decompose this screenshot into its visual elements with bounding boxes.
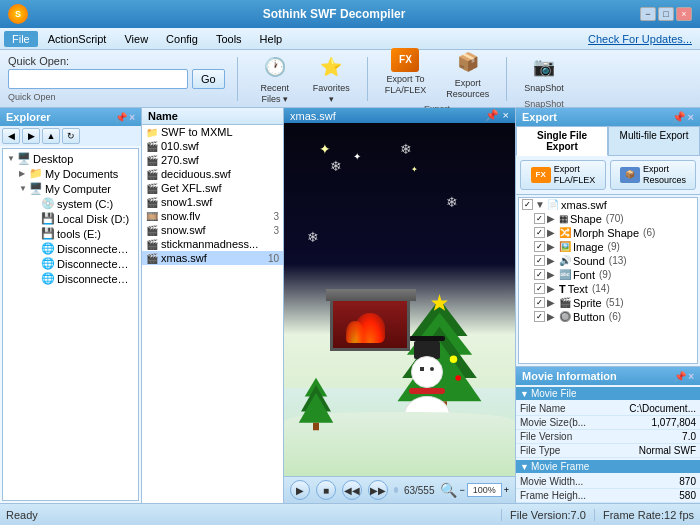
etree-plus-font: ▶ bbox=[547, 269, 557, 280]
tree-item-locald[interactable]: 💾 Local Disk (D:) bbox=[5, 211, 136, 226]
explorer-pin-icon[interactable]: 📌 bbox=[115, 112, 127, 123]
minimize-button[interactable]: − bbox=[640, 7, 656, 21]
file-item-stickman[interactable]: 🎬 stickmanmadness... bbox=[142, 237, 283, 251]
file-item-getxfl[interactable]: 🎬 Get XFL.swf bbox=[142, 181, 283, 195]
etree-count-sprite: (51) bbox=[606, 297, 624, 308]
movie-info-close-icon[interactable]: × bbox=[688, 371, 694, 382]
etree-check-morph[interactable]: ✓ bbox=[534, 227, 545, 238]
menu-file[interactable]: File bbox=[4, 31, 38, 47]
etree-item-morph[interactable]: ✓ ▶ 🔀 Morph Shape (6) bbox=[519, 226, 697, 240]
file-item-270[interactable]: 🎬 270.swf bbox=[142, 153, 283, 167]
stop-button[interactable]: ■ bbox=[316, 480, 336, 500]
tree-item-desktop[interactable]: ▼ 🖥️ Desktop bbox=[5, 151, 136, 166]
recent-files-label: RecentFiles ▾ bbox=[260, 83, 289, 105]
snapshot-button[interactable]: 📷 SnapShot bbox=[515, 48, 573, 99]
etree-item-xmasswf[interactable]: ✓ ▼ 📄 xmas.swf bbox=[519, 198, 697, 212]
explorer-close-icon[interactable]: × bbox=[129, 112, 135, 123]
etree-item-button[interactable]: ✓ ▶ 🔘 Button (6) bbox=[519, 310, 697, 324]
tree-item-disc3[interactable]: 🌐 Disconnected Ne bbox=[5, 271, 136, 286]
movie-info-header: Movie Information 📌 × bbox=[516, 367, 700, 385]
file-item-snowswf[interactable]: 🎬 snow.swf 3 bbox=[142, 223, 283, 237]
video-close-icon[interactable]: × bbox=[503, 109, 509, 122]
play-button[interactable]: ▶ bbox=[290, 480, 310, 500]
svg-rect-16 bbox=[313, 422, 319, 430]
file-size-xmas: 10 bbox=[268, 253, 279, 264]
toolbar: Quick Open: Go Quick Open 🕐 RecentFiles … bbox=[0, 50, 700, 108]
tree-item-disc2[interactable]: 🌐 Disconnected Ne bbox=[5, 256, 136, 271]
snowflake-2: ❄ bbox=[400, 141, 412, 157]
export-fla-action-button[interactable]: FX ExportFLA/FLEX bbox=[520, 160, 606, 190]
etree-check-shape[interactable]: ✓ bbox=[534, 213, 545, 224]
etree-item-shape[interactable]: ✓ ▶ ▦ Shape (70) bbox=[519, 212, 697, 226]
next-button[interactable]: ▶▶ bbox=[368, 480, 388, 500]
nav-up-button[interactable]: ▲ bbox=[42, 128, 60, 144]
tree-item-disc1[interactable]: 🌐 Disconnected Ne bbox=[5, 241, 136, 256]
explorer-title: Explorer bbox=[6, 111, 51, 123]
file-item-deciduous[interactable]: 🎬 deciduous.swf bbox=[142, 167, 283, 181]
check-updates-link[interactable]: Check For Updates... bbox=[588, 33, 692, 45]
progress-bar[interactable] bbox=[394, 487, 398, 493]
info-value-filetype: Normal SWF bbox=[639, 445, 696, 456]
tree-item-mycomputer[interactable]: ▼ 🖥️ My Computer bbox=[5, 181, 136, 196]
prev-button[interactable]: ◀◀ bbox=[342, 480, 362, 500]
zoom-plus-button[interactable]: + bbox=[504, 485, 509, 495]
etree-check-text[interactable]: ✓ bbox=[534, 283, 545, 294]
zoom-level: 100% bbox=[467, 483, 502, 497]
nav-forward-button[interactable]: ▶ bbox=[22, 128, 40, 144]
etree-item-image[interactable]: ✓ ▶ 🖼️ Image (9) bbox=[519, 240, 697, 254]
tab-single-export[interactable]: Single File Export bbox=[516, 126, 608, 156]
tree-item-systemc[interactable]: 💿 system (C:) bbox=[5, 196, 136, 211]
file-item-snow1[interactable]: 🎬 snow1.swf bbox=[142, 195, 283, 209]
tree-item-mydocs[interactable]: ▶ 📁 My Documents bbox=[5, 166, 136, 181]
video-pin-icon[interactable]: 📌 bbox=[485, 109, 499, 122]
files-name-col: Name bbox=[148, 110, 178, 122]
nav-refresh-button[interactable]: ↻ bbox=[62, 128, 80, 144]
movie-frame-toggle[interactable]: ▼ bbox=[520, 462, 529, 472]
recent-files-button[interactable]: 🕐 RecentFiles ▾ bbox=[250, 48, 300, 110]
explorer-panel-icons: 📌 × bbox=[115, 112, 135, 123]
favorites-button[interactable]: ⭐ Favorites▾ bbox=[304, 48, 359, 110]
menu-view[interactable]: View bbox=[116, 31, 156, 47]
status-frame-rate: Frame Rate:12 fps bbox=[594, 509, 694, 521]
tree-item-toolse[interactable]: 💾 tools (E:) bbox=[5, 226, 136, 241]
zoom-out-icon[interactable]: 🔍 bbox=[440, 482, 457, 498]
file-item-snowflv[interactable]: 🎞️ snow.flv 3 bbox=[142, 209, 283, 223]
export-title: Export bbox=[522, 111, 557, 123]
toolbar-sep-3 bbox=[506, 57, 507, 101]
etree-item-font[interactable]: ✓ ▶ 🔤 Font (9) bbox=[519, 268, 697, 282]
tree-arrow-mycomputer: ▼ bbox=[19, 184, 27, 193]
info-label-filename: File Name bbox=[520, 403, 566, 414]
etree-check-button[interactable]: ✓ bbox=[534, 311, 545, 322]
movie-file-toggle[interactable]: ▼ bbox=[520, 389, 529, 399]
nav-back-button[interactable]: ◀ bbox=[2, 128, 20, 144]
export-resources-button[interactable]: 📦 ExportResources bbox=[437, 43, 498, 105]
swf-icon-stickman: 🎬 bbox=[146, 239, 158, 250]
info-label-fileversion: File Version bbox=[520, 431, 572, 442]
etree-check-xmasswf[interactable]: ✓ bbox=[522, 199, 533, 210]
maximize-button[interactable]: □ bbox=[658, 7, 674, 21]
export-header-icons: 📌 × bbox=[672, 111, 694, 124]
etree-check-sprite[interactable]: ✓ bbox=[534, 297, 545, 308]
file-item-010[interactable]: 🎬 010.swf bbox=[142, 139, 283, 153]
etree-check-sound[interactable]: ✓ bbox=[534, 255, 545, 266]
etree-item-sound[interactable]: ✓ ▶ 🔊 Sound (13) bbox=[519, 254, 697, 268]
export-resources-action-button[interactable]: 📦 ExportResources bbox=[610, 160, 696, 190]
etree-check-image[interactable]: ✓ bbox=[534, 241, 545, 252]
etree-check-font[interactable]: ✓ bbox=[534, 269, 545, 280]
menu-tools[interactable]: Tools bbox=[208, 31, 250, 47]
export-close-icon[interactable]: × bbox=[688, 111, 694, 124]
quick-open-input[interactable] bbox=[8, 69, 188, 89]
file-item-xmas[interactable]: 🎬 xmas.swf 10 bbox=[142, 251, 283, 265]
file-item-swftomxml[interactable]: 📁 SWF to MXML bbox=[142, 125, 283, 139]
close-button[interactable]: × bbox=[676, 7, 692, 21]
movie-info-pin-icon[interactable]: 📌 bbox=[674, 371, 686, 382]
export-pin-icon[interactable]: 📌 bbox=[672, 111, 686, 124]
export-fla-button[interactable]: FX Export ToFLA/FLEX bbox=[376, 43, 436, 105]
tab-multi-export[interactable]: Multi-file Export bbox=[608, 126, 700, 156]
go-button[interactable]: Go bbox=[192, 69, 225, 89]
etree-item-text[interactable]: ✓ ▶ T Text (14) bbox=[519, 282, 697, 296]
etree-item-sprite[interactable]: ✓ ▶ 🎬 Sprite (51) bbox=[519, 296, 697, 310]
zoom-minus-button[interactable]: − bbox=[459, 485, 464, 495]
menu-config[interactable]: Config bbox=[158, 31, 206, 47]
menu-actionscript[interactable]: ActionScript bbox=[40, 31, 115, 47]
